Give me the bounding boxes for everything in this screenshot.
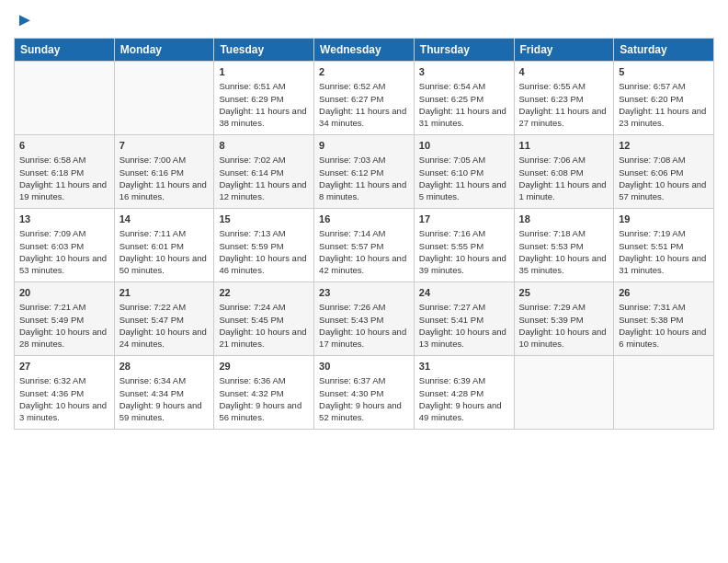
cell-text: Daylight: 10 hours and 10 minutes.	[519, 326, 609, 350]
calendar-cell: 25Sunrise: 7:29 AMSunset: 5:39 PMDayligh…	[514, 282, 614, 356]
calendar-cell: 19Sunrise: 7:19 AMSunset: 5:51 PMDayligh…	[614, 209, 714, 282]
cell-text: Sunrise: 7:31 AM	[619, 301, 709, 313]
page: ► SundayMondayTuesdayWednesdayThursdayFr…	[0, 0, 728, 563]
cell-text: Sunrise: 7:26 AM	[319, 301, 409, 313]
calendar-cell	[15, 62, 115, 135]
cell-text: Sunrise: 7:18 AM	[519, 227, 609, 239]
cell-text: Sunset: 5:59 PM	[219, 240, 309, 252]
cell-text: Sunrise: 7:05 AM	[419, 154, 509, 166]
logo-icon: ►	[16, 9, 34, 30]
calendar-cell: 20Sunrise: 7:21 AMSunset: 5:49 PMDayligh…	[15, 282, 115, 356]
cell-content: 28Sunrise: 6:34 AMSunset: 4:34 PMDayligh…	[119, 360, 210, 424]
cell-text: Daylight: 11 hours and 1 minute.	[519, 178, 609, 203]
cell-content: 20Sunrise: 7:21 AMSunset: 5:49 PMDayligh…	[19, 286, 109, 350]
calendar-cell: 1Sunrise: 6:51 AMSunset: 6:29 PMDaylight…	[214, 62, 314, 135]
calendar-cell: 14Sunrise: 7:11 AMSunset: 6:01 PMDayligh…	[114, 209, 214, 282]
day-number: 12	[619, 139, 709, 153]
cell-content: 30Sunrise: 6:37 AMSunset: 4:30 PMDayligh…	[319, 360, 409, 424]
cell-text: Sunset: 4:32 PM	[219, 387, 309, 399]
day-number: 30	[319, 360, 409, 373]
calendar-cell: 13Sunrise: 7:09 AMSunset: 6:03 PMDayligh…	[15, 209, 115, 282]
day-number: 20	[19, 286, 109, 300]
cell-content: 26Sunrise: 7:31 AMSunset: 5:38 PMDayligh…	[619, 286, 709, 350]
cell-text: Sunset: 5:45 PM	[219, 314, 309, 326]
cell-content: 5Sunrise: 6:57 AMSunset: 6:20 PMDaylight…	[619, 65, 709, 130]
cell-text: Sunset: 6:14 PM	[219, 167, 309, 178]
day-number: 17	[419, 213, 509, 226]
day-number: 7	[119, 139, 210, 153]
cell-content: 14Sunrise: 7:11 AMSunset: 6:01 PMDayligh…	[119, 213, 210, 277]
calendar-week-row: 27Sunrise: 6:32 AMSunset: 4:36 PMDayligh…	[15, 356, 714, 430]
cell-text: Sunset: 6:27 PM	[319, 93, 409, 105]
day-number: 18	[519, 213, 609, 226]
day-header-tuesday: Tuesday	[214, 39, 314, 62]
calendar-cell: 7Sunrise: 7:00 AMSunset: 6:16 PMDaylight…	[114, 135, 214, 209]
day-number: 14	[119, 213, 210, 226]
cell-text: Daylight: 9 hours and 49 minutes.	[419, 399, 509, 424]
cell-text: Sunset: 5:55 PM	[419, 240, 509, 252]
cell-text: Daylight: 10 hours and 57 minutes.	[619, 178, 709, 203]
day-number: 25	[519, 286, 609, 300]
day-number: 16	[319, 213, 409, 226]
day-number: 3	[419, 65, 509, 79]
cell-text: Daylight: 11 hours and 12 minutes.	[219, 178, 309, 203]
cell-text: Daylight: 10 hours and 21 minutes.	[219, 326, 309, 350]
calendar-cell: 6Sunrise: 6:58 AMSunset: 6:18 PMDaylight…	[15, 135, 115, 209]
calendar-cell: 17Sunrise: 7:16 AMSunset: 5:55 PMDayligh…	[414, 209, 514, 282]
cell-text: Daylight: 9 hours and 56 minutes.	[219, 399, 309, 424]
day-number: 23	[319, 286, 409, 300]
cell-content: 11Sunrise: 7:06 AMSunset: 6:08 PMDayligh…	[519, 139, 609, 203]
cell-text: Sunrise: 7:03 AM	[319, 154, 409, 166]
cell-text: Sunset: 5:57 PM	[319, 240, 409, 252]
cell-text: Sunrise: 7:11 AM	[119, 227, 210, 239]
cell-content: 24Sunrise: 7:27 AMSunset: 5:41 PMDayligh…	[419, 286, 509, 350]
cell-text: Sunrise: 7:13 AM	[219, 227, 309, 239]
calendar-cell: 21Sunrise: 7:22 AMSunset: 5:47 PMDayligh…	[114, 282, 214, 356]
calendar-week-row: 13Sunrise: 7:09 AMSunset: 6:03 PMDayligh…	[15, 209, 714, 282]
cell-text: Sunrise: 6:36 AM	[219, 374, 309, 386]
logo: ►	[14, 9, 34, 30]
cell-content: 4Sunrise: 6:55 AMSunset: 6:23 PMDaylight…	[519, 65, 609, 130]
cell-text: Daylight: 10 hours and 42 minutes.	[319, 252, 409, 277]
cell-text: Sunrise: 6:57 AM	[619, 80, 709, 92]
cell-text: Sunset: 5:38 PM	[619, 314, 709, 326]
cell-text: Sunset: 6:06 PM	[619, 167, 709, 178]
cell-text: Sunset: 4:36 PM	[19, 387, 109, 399]
cell-text: Sunrise: 6:52 AM	[319, 80, 409, 92]
calendar-cell	[614, 356, 714, 430]
calendar-cell	[514, 356, 614, 430]
cell-text: Daylight: 9 hours and 52 minutes.	[319, 399, 409, 424]
cell-text: Sunset: 4:28 PM	[419, 387, 509, 399]
day-number: 21	[119, 286, 210, 300]
cell-content: 17Sunrise: 7:16 AMSunset: 5:55 PMDayligh…	[419, 213, 509, 277]
day-number: 31	[419, 360, 509, 373]
cell-text: Sunrise: 7:02 AM	[219, 154, 309, 166]
cell-text: Sunrise: 7:14 AM	[319, 227, 409, 239]
calendar-cell: 29Sunrise: 6:36 AMSunset: 4:32 PMDayligh…	[214, 356, 314, 430]
day-number: 13	[19, 213, 109, 226]
cell-content: 3Sunrise: 6:54 AMSunset: 6:25 PMDaylight…	[419, 65, 509, 130]
cell-text: Sunset: 5:47 PM	[119, 314, 210, 326]
day-number: 27	[19, 360, 109, 373]
cell-text: Daylight: 10 hours and 6 minutes.	[619, 326, 709, 350]
cell-text: Daylight: 10 hours and 13 minutes.	[419, 326, 509, 350]
cell-content: 12Sunrise: 7:08 AMSunset: 6:06 PMDayligh…	[619, 139, 709, 203]
day-number: 8	[219, 139, 309, 153]
cell-content: 9Sunrise: 7:03 AMSunset: 6:12 PMDaylight…	[319, 139, 409, 203]
cell-content: 29Sunrise: 6:36 AMSunset: 4:32 PMDayligh…	[219, 360, 309, 424]
cell-text: Daylight: 10 hours and 3 minutes.	[19, 399, 109, 424]
calendar-cell: 9Sunrise: 7:03 AMSunset: 6:12 PMDaylight…	[314, 135, 415, 209]
cell-content: 10Sunrise: 7:05 AMSunset: 6:10 PMDayligh…	[419, 139, 509, 203]
cell-text: Sunset: 6:18 PM	[19, 167, 109, 178]
cell-text: Sunset: 6:10 PM	[419, 167, 509, 178]
cell-text: Sunset: 6:20 PM	[619, 93, 709, 105]
day-number: 26	[619, 286, 709, 300]
cell-text: Daylight: 10 hours and 17 minutes.	[319, 326, 409, 350]
cell-text: Sunset: 4:30 PM	[319, 387, 409, 399]
cell-text: Sunrise: 6:54 AM	[419, 80, 509, 92]
cell-text: Sunrise: 7:21 AM	[19, 301, 109, 313]
cell-text: Daylight: 11 hours and 34 minutes.	[319, 105, 409, 130]
calendar-cell: 28Sunrise: 6:34 AMSunset: 4:34 PMDayligh…	[114, 356, 214, 430]
day-number: 6	[19, 139, 109, 153]
cell-text: Daylight: 11 hours and 31 minutes.	[419, 105, 509, 130]
